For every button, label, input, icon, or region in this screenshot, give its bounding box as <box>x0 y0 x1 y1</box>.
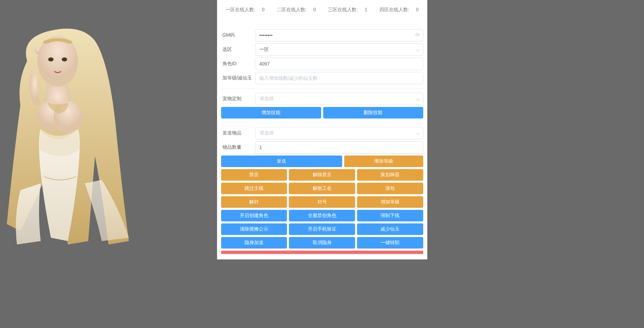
zone-label: 选区 <box>221 47 255 53</box>
change-job-button[interactable]: 一键转职 <box>357 237 423 249</box>
item-count-label: 物品数量 <box>221 144 255 150</box>
disable-create-role-button[interactable]: 全服禁创角色 <box>289 210 355 221</box>
character-illustration <box>0 20 153 258</box>
gm-code-input[interactable] <box>255 29 423 41</box>
add-level-button[interactable]: 增加等级 <box>344 156 423 167</box>
stealth-speed-button[interactable]: 隐身加速 <box>221 237 287 249</box>
svg-point-5 <box>415 34 419 36</box>
reduce-xianyu-button[interactable]: 减少仙玉 <box>357 223 423 235</box>
delete-skill-button[interactable]: 删除技能 <box>323 107 423 119</box>
unmute-button[interactable]: 解除禁言 <box>289 169 355 181</box>
stat-zone3: 三区在线人数: 1 <box>325 7 370 12</box>
danger-button-partial[interactable] <box>221 251 423 254</box>
mute-button[interactable]: 禁言 <box>221 169 287 181</box>
ban-button[interactable]: 封号 <box>289 196 355 208</box>
add-skill-button[interactable]: 增加技能 <box>221 107 321 119</box>
send-item-select[interactable]: 请选择 <box>255 127 423 139</box>
admin-panel: 一区在线人数: 0 二区在线人数: 0 三区在线人数: 1 四区在线人数: 0 … <box>217 0 427 259</box>
clear-stall-button[interactable]: 清除摆摊公示 <box>221 223 287 235</box>
stat-zone4: 四区在线人数: 0 <box>377 7 422 12</box>
item-count-input[interactable] <box>255 141 423 153</box>
svg-point-2 <box>62 57 67 61</box>
roleid-label: 角色ID <box>221 61 255 67</box>
svg-point-1 <box>48 57 54 61</box>
send-item-label: 发送物品 <box>221 130 255 136</box>
add-level-2-button[interactable]: 增加等级 <box>357 196 423 208</box>
svg-point-0 <box>37 36 78 87</box>
stat-zone1: 一区在线人数: 0 <box>223 7 268 12</box>
gm-code-label: GM码 <box>221 32 255 38</box>
pet-label: 宠物定制 <box>221 96 255 102</box>
unban-button[interactable]: 解封 <box>221 196 287 208</box>
plan-artifact-button[interactable]: 策划神器 <box>357 169 423 181</box>
eye-icon[interactable] <box>415 33 420 38</box>
clear-bag-button[interactable]: 清包 <box>357 183 423 194</box>
stat-zone2: 二区在线人数: 0 <box>274 7 319 12</box>
roleid-input[interactable] <box>255 58 423 70</box>
pet-select[interactable]: 请选择 <box>255 93 423 105</box>
level-label: 加等级/减仙玉 <box>221 75 255 81</box>
skip-main-button[interactable]: 跳过主线 <box>221 183 287 194</box>
online-stats-bar: 一区在线人数: 0 二区在线人数: 0 三区在线人数: 1 四区在线人数: 0 <box>217 0 427 20</box>
level-input[interactable] <box>255 72 423 84</box>
force-offline-button[interactable]: 强制下线 <box>357 210 423 221</box>
cancel-stealth-button[interactable]: 取消隐身 <box>289 237 355 249</box>
send-button[interactable]: 发送 <box>221 156 343 167</box>
zone-select[interactable]: 一区 <box>255 43 423 56</box>
svg-point-6 <box>417 34 418 36</box>
enable-phone-verify-button[interactable]: 开启手机验证 <box>289 223 355 235</box>
disband-guild-button[interactable]: 解散工会 <box>289 183 355 194</box>
enable-create-role-button[interactable]: 开启创建角色 <box>221 210 287 221</box>
